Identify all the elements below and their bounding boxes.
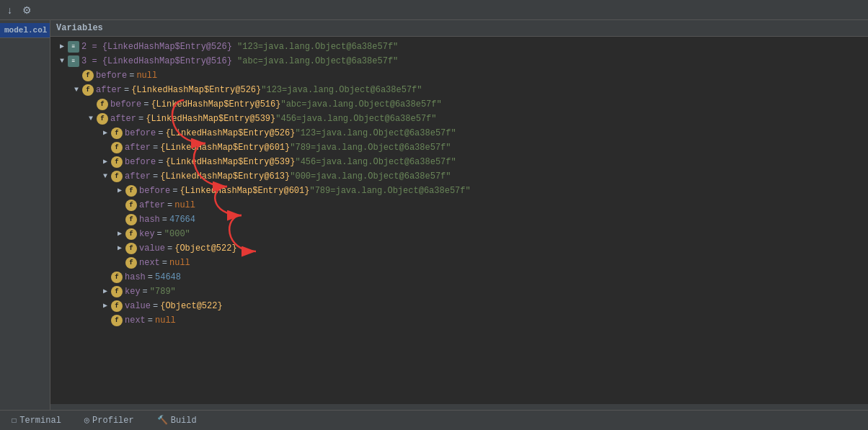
- var-name: next: [139, 256, 160, 269]
- build-label: Build: [171, 416, 197, 426]
- var-name: key: [125, 285, 141, 298]
- tree-arrow[interactable]: [99, 171, 111, 182]
- tab-profiler[interactable]: ◎ Profiler: [79, 413, 140, 427]
- var-equals: =: [143, 98, 149, 111]
- var-name: after: [125, 141, 151, 154]
- var-value: null: [155, 314, 176, 327]
- tree-row: fkey = "000": [50, 227, 868, 241]
- terminal-label: Terminal: [19, 416, 61, 426]
- var-equals: =: [138, 112, 143, 125]
- field-icon: f: [111, 127, 123, 139]
- tab-terminal[interactable]: ☐ Terminal: [6, 413, 67, 427]
- tree-row: fbefore = {LinkedHashMap$Entry@526} "123…: [50, 126, 868, 140]
- toolbar: ↓ ⚙: [0, 0, 868, 20]
- tree-row: fvalue = {Object@522}: [50, 241, 868, 256]
- var-name: after: [139, 199, 165, 212]
- tab-build[interactable]: 🔨 Build: [151, 413, 203, 427]
- field-icon: f: [82, 70, 94, 81]
- tree-arrow[interactable]: [99, 286, 111, 297]
- var-value: {Object@522}: [160, 300, 222, 313]
- var-annotation: "123=java.lang.Object@6a38e57f": [295, 127, 456, 140]
- variables-panel: Variables ≡ 2 = {LinkedHashMap$Entry@526…: [50, 20, 868, 410]
- var-equals: =: [153, 141, 158, 154]
- build-icon: 🔨: [157, 415, 168, 426]
- var-equals: =: [158, 156, 163, 169]
- terminal-icon: ☐: [12, 415, 17, 426]
- sidebar-item-model[interactable]: model.col: [0, 23, 50, 38]
- tree-arrow[interactable]: [114, 243, 125, 254]
- var-name: after: [96, 84, 122, 97]
- tree-row: fafter = {LinkedHashMap$Entry@601} "789=…: [50, 140, 868, 155]
- field-icon: f: [111, 171, 123, 182]
- var-text: 3 = {LinkedHashMap$Entry@516} "abc=java.…: [81, 55, 398, 68]
- var-value: 54648: [155, 271, 181, 284]
- var-value: {LinkedHashMap$Entry@613}: [160, 170, 290, 183]
- var-equals: =: [157, 228, 162, 241]
- tree-row: fbefore = {LinkedHashMap$Entry@601} "789…: [50, 184, 868, 198]
- var-annotation: "000=java.lang.Object@6a38e57f": [290, 170, 451, 183]
- var-value: {LinkedHashMap$Entry@601}: [160, 141, 290, 154]
- var-equals: =: [124, 84, 129, 97]
- tree-row: fhash = 47664: [50, 212, 868, 227]
- var-annotation: "456=java.lang.Object@6a38e57f": [295, 156, 456, 169]
- var-value: {LinkedHashMap$Entry@526}: [165, 127, 295, 140]
- field-icon: f: [125, 257, 137, 269]
- var-equals: =: [172, 184, 177, 197]
- var-value: {LinkedHashMap$Entry@539}: [165, 156, 295, 169]
- horizontal-scrollbar[interactable]: [50, 404, 868, 410]
- tree-arrow[interactable]: [56, 55, 68, 67]
- profiler-icon: ◎: [84, 415, 89, 426]
- field-icon: f: [82, 84, 94, 96]
- var-name: next: [125, 314, 146, 327]
- var-value: {LinkedHashMap$Entry@539}: [146, 112, 275, 125]
- tree-arrow[interactable]: [99, 300, 111, 312]
- tree-row: ≡ 3 = {LinkedHashMap$Entry@516} "abc=jav…: [50, 54, 868, 68]
- var-name: hash: [125, 271, 146, 284]
- tree-arrow[interactable]: [85, 113, 97, 125]
- var-name: before: [110, 98, 141, 111]
- var-value: "000": [164, 228, 190, 241]
- var-name: before: [125, 127, 156, 140]
- var-name: after: [125, 170, 151, 183]
- field-icon: f: [111, 272, 123, 283]
- field-icon: f: [111, 300, 123, 312]
- tree-arrow[interactable]: [99, 156, 111, 168]
- tree-row: fbefore = {LinkedHashMap$Entry@516} "abc…: [50, 97, 868, 112]
- tree-arrow[interactable]: [99, 127, 111, 139]
- field-icon: f: [111, 315, 123, 326]
- var-value: 47664: [169, 213, 195, 226]
- tree-arrow[interactable]: [114, 228, 125, 240]
- var-name: after: [110, 112, 136, 125]
- field-icon: f: [97, 113, 108, 125]
- down-arrow-button[interactable]: ↓: [4, 3, 15, 17]
- var-value: "789": [150, 285, 176, 298]
- var-name: value: [139, 242, 165, 255]
- sidebar: model.col: [0, 20, 50, 410]
- var-equals: =: [167, 199, 172, 212]
- tree-arrow[interactable]: [71, 84, 82, 96]
- var-equals: =: [153, 300, 158, 313]
- field-icon: f: [111, 286, 123, 297]
- tree-row: fafter = {LinkedHashMap$Entry@539} "456=…: [50, 112, 868, 126]
- var-value: null: [174, 199, 195, 212]
- tree-row: fafter = {LinkedHashMap$Entry@613} "000=…: [50, 169, 868, 184]
- filter-button[interactable]: ⚙: [19, 3, 35, 17]
- field-icon: f: [125, 228, 137, 240]
- var-annotation: "abc=java.lang.Object@6a38e57f": [280, 98, 441, 111]
- var-name: before: [96, 69, 127, 82]
- tree-arrow[interactable]: [114, 185, 125, 197]
- tree-row: fnext = null: [50, 256, 868, 270]
- field-icon: f: [125, 243, 137, 254]
- var-name: before: [139, 184, 170, 197]
- field-icon: f: [125, 200, 137, 211]
- field-icon: f: [111, 156, 123, 168]
- var-equals: =: [143, 285, 148, 298]
- panel-header: Variables: [50, 20, 868, 37]
- var-value: {LinkedHashMap$Entry@601}: [180, 184, 309, 197]
- var-annotation: "123=java.lang.Object@6a38e57f": [261, 84, 422, 97]
- var-name: value: [125, 300, 151, 313]
- tree-row: fafter = {LinkedHashMap$Entry@526} "123=…: [50, 83, 868, 97]
- var-equals: =: [148, 271, 153, 284]
- tree-arrow[interactable]: [56, 41, 68, 53]
- tree-row: ≡ 2 = {LinkedHashMap$Entry@526} "123=jav…: [50, 40, 868, 54]
